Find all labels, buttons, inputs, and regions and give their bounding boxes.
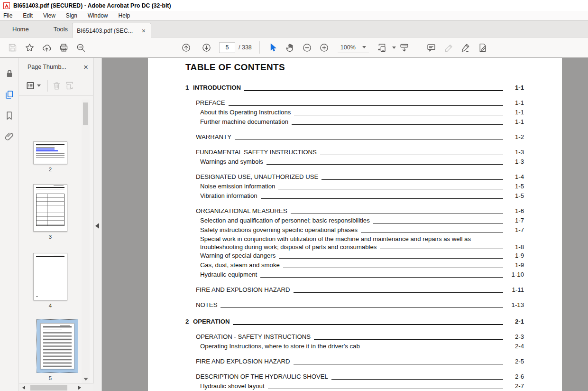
toc-entry[interactable]: WARRANTY1-2 <box>185 132 524 142</box>
toc-entry[interactable]: Noise emission information1-5 <box>185 182 524 191</box>
thumbnail-page-2[interactable]: 2 <box>19 141 82 172</box>
save-icon[interactable] <box>4 39 21 56</box>
thumbnail-list: 23456 <box>19 100 82 383</box>
toc-entry[interactable]: Hydraulic equipment1-10 <box>185 270 524 279</box>
toc-label: Safety instructions governing specific o… <box>200 225 358 235</box>
scroll-down-icon[interactable] <box>83 378 88 381</box>
toc-entry[interactable]: troubleshooting during work; disposal of… <box>185 243 524 251</box>
toc-entry[interactable]: FIRE AND EXPLOSION HAZARD1-11 <box>185 285 524 295</box>
scrollbar-thumb[interactable] <box>30 385 67 391</box>
chevron-down-icon[interactable] <box>37 84 41 87</box>
cloud-upload-icon[interactable] <box>38 39 55 56</box>
page-number-input[interactable]: 5 <box>219 42 235 53</box>
highlight-icon[interactable] <box>440 39 457 56</box>
toc-page-number: 1-10 <box>507 270 524 279</box>
edit-pdf-icon[interactable] <box>474 39 491 56</box>
tab-close-icon[interactable]: × <box>141 27 147 35</box>
thumbnail-page-5[interactable]: 5 <box>19 319 82 383</box>
menu-view[interactable]: View <box>43 12 61 19</box>
pdf-page: TABLE OF CONTENTS 1INTRODUCTION1-1PREFAC… <box>148 58 562 391</box>
toolbar-separator <box>418 41 418 54</box>
toc-page-number: 2-3 <box>507 332 524 342</box>
toc-entry[interactable]: 1INTRODUCTION1-1 <box>185 83 524 93</box>
toc-leader-line <box>291 214 503 214</box>
menu-file[interactable]: File <box>3 12 18 19</box>
sidebar-item-page-thumbnails[interactable] <box>2 87 17 102</box>
fill-sign-icon[interactable] <box>457 39 474 56</box>
toc-page-number: 2-4 <box>507 342 524 351</box>
toc-entry[interactable]: Special work in conjunction with utiliza… <box>185 235 524 243</box>
toc-label: Selection and qualification of personnel… <box>200 216 370 225</box>
toc-label: FIRE AND EXPLOSION HAZARD <box>196 285 290 295</box>
toc-entry[interactable]: Warning of special dangers1-9 <box>185 251 524 261</box>
star-icon[interactable] <box>21 39 38 56</box>
toc-entry[interactable]: FUNDAMENTAL SAFETY INSTRUCTIONS1-3 <box>185 148 524 157</box>
toc-page-number: 1-7 <box>507 225 524 235</box>
chevron-down-icon[interactable] <box>392 47 396 49</box>
panel-collapse-strip[interactable] <box>93 58 102 391</box>
scroll-left-icon[interactable] <box>22 386 25 390</box>
sidebar-item-security[interactable] <box>2 66 17 81</box>
toc-entry[interactable]: DESCRIPTION OF THE HYDRAULIC SHOVEL2-6 <box>185 372 524 382</box>
toc-page-number: 1-4 <box>507 172 524 182</box>
toc-entry[interactable]: Gas, dust, steam and smoke1-9 <box>185 261 524 270</box>
page-up-icon[interactable] <box>177 39 194 56</box>
toc-entry[interactable]: About this Operating Instructions1-1 <box>185 108 524 117</box>
toc-label: Operating Instructions, where to store i… <box>200 342 360 351</box>
toc-entry[interactable]: Warnings and symbols1-3 <box>185 157 524 167</box>
scroll-mode-icon[interactable] <box>396 39 413 56</box>
tab-home[interactable]: Home <box>0 21 41 37</box>
toc-leader-line <box>244 90 503 91</box>
thumbnail-page-4[interactable]: 4 <box>19 253 82 308</box>
toc-entry[interactable]: DESIGNATED USE, UNAUTHORIZED USE1-4 <box>185 172 524 182</box>
thumbnail-vertical-scrollbar[interactable] <box>82 100 90 383</box>
toc-entry[interactable]: FIRE AND EXPLOSION HAZARD2-5 <box>185 357 524 366</box>
toc-leader-line <box>361 233 503 233</box>
thumbnail-horizontal-scrollbar[interactable] <box>19 383 93 391</box>
zoom-in-icon[interactable] <box>316 39 333 56</box>
toc-entry[interactable]: OPERATION - SAFETY INSTRUCTIONS2-3 <box>185 332 524 342</box>
menu-help[interactable]: Help <box>119 12 136 19</box>
tab-bar: HomeTools BI651403.pdf (SEC... × <box>0 20 588 37</box>
toc-entry[interactable]: 2OPERATION2-1 <box>185 317 524 326</box>
thumbnail-page-3[interactable]: 3 <box>19 184 82 240</box>
scroll-right-icon[interactable] <box>78 386 81 390</box>
print-icon[interactable] <box>55 39 72 56</box>
panel-close-icon[interactable]: × <box>83 63 88 71</box>
menu-window[interactable]: Window <box>88 12 113 19</box>
menu-edit[interactable]: Edit <box>23 12 38 19</box>
collapse-panel-icon[interactable] <box>95 223 99 229</box>
comment-icon[interactable] <box>423 39 440 56</box>
tab-document[interactable]: BI651403.pdf (SEC... × <box>72 23 151 38</box>
toc-leader-line <box>261 198 503 199</box>
zoom-out-icon[interactable] <box>299 39 316 56</box>
toc-entry[interactable]: Safety instructions governing specific o… <box>185 225 524 235</box>
thumbnail-options-button[interactable] <box>26 81 41 91</box>
scrollbar-thumb[interactable] <box>83 102 88 125</box>
sidebar-item-bookmarks[interactable] <box>2 108 17 122</box>
toc-leader-line <box>283 268 503 268</box>
hand-tool-icon[interactable] <box>282 39 299 56</box>
select-pointer-icon[interactable] <box>265 39 282 56</box>
toc-entry[interactable]: Operating Instructions, where to store i… <box>185 342 524 351</box>
menu-sign[interactable]: Sign <box>66 12 83 19</box>
toc-leader-line <box>294 115 503 115</box>
toc-leader-line <box>331 379 503 380</box>
document-view-area: TABLE OF CONTENTS 1INTRODUCTION1-1PREFAC… <box>102 58 588 391</box>
fit-width-icon[interactable] <box>374 39 391 56</box>
thumbnail-selection[interactable] <box>37 319 78 373</box>
toc-entry[interactable]: ORGANIZATIONAL MEASURES1-6 <box>185 206 524 216</box>
window-title: BI651403.pdf (SECURED) - Adobe Acrobat P… <box>13 2 171 9</box>
thumbnail-page-number: 5 <box>19 375 82 381</box>
page-down-icon[interactable] <box>198 39 215 56</box>
toc-entry[interactable]: Further machine documentation1-1 <box>185 117 524 127</box>
toc-entry[interactable]: PREFACE1-1 <box>185 98 524 108</box>
toc-entry[interactable]: NOTES1-13 <box>185 300 524 310</box>
toc-entry[interactable]: Vibration information1-5 <box>185 191 524 201</box>
toc-entry[interactable]: Hydraulic shovel layout2-7 <box>185 382 524 391</box>
toc-entry[interactable]: Selection and qualification of personnel… <box>185 216 524 225</box>
title-bar: BI651403.pdf (SECURED) - Adobe Acrobat P… <box>0 0 588 11</box>
sidebar-item-attachments[interactable] <box>2 129 17 143</box>
zoom-level-dropdown[interactable]: 100% <box>338 42 369 53</box>
search-icon[interactable] <box>72 39 89 56</box>
